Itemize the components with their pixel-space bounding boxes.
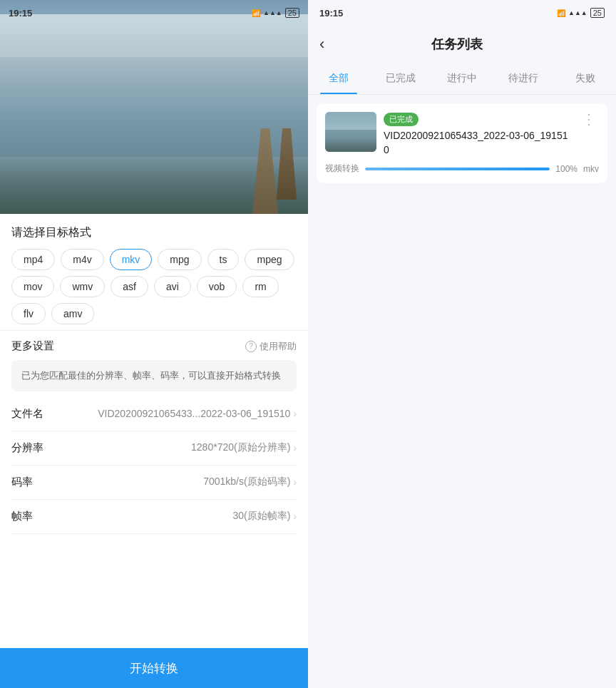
framerate-chevron: › — [293, 510, 297, 522]
task-menu-button[interactable]: ⋮ — [579, 112, 599, 126]
settings-section: 更多设置 ? 使用帮助 已为您匹配最佳的分辨率、帧率、码率，可以直接开始格式转换 — [0, 330, 308, 397]
signal-icon: ▲▲▲ — [263, 9, 282, 16]
format-mp4[interactable]: mp4 — [11, 249, 55, 270]
format-m4v[interactable]: m4v — [61, 249, 103, 270]
tab-pending-label: 待进行 — [508, 72, 538, 85]
bitrate-chevron: › — [293, 476, 297, 488]
tab-inprogress-label: 进行中 — [447, 72, 477, 85]
format-section: 请选择目标格式 mp4 m4v mkv mpg ts mpeg mov wmv … — [0, 214, 308, 330]
battery-icon: 25 — [285, 8, 299, 18]
status-icons-left: 📶 ▲▲▲ 25 — [252, 8, 299, 18]
status-bar-right: 19:15 📶 ▲▲▲ 25 — [308, 0, 616, 26]
task-format: mkv — [583, 164, 599, 174]
battery-icon-right: 25 — [590, 8, 605, 18]
tab-all-label: 全部 — [329, 72, 349, 85]
bitrate-label: 码率 — [11, 476, 33, 489]
resolution-row[interactable]: 分辨率 1280*720(原始分辨率) › — [11, 431, 297, 466]
format-avi[interactable]: avi — [154, 276, 191, 297]
format-wmv[interactable]: wmv — [60, 276, 105, 297]
framerate-row[interactable]: 帧率 30(原始帧率) › — [11, 500, 297, 534]
format-mov[interactable]: mov — [11, 276, 54, 297]
video-preview: 19:15 📶 ▲▲▲ 25 — [0, 0, 308, 214]
filename-value: VID20200921065433...2022-03-06_191510 — [98, 408, 290, 419]
task-thumbnail — [325, 112, 376, 152]
wifi-icon-right: 📶 — [557, 9, 565, 17]
status-time-right: 19:15 — [319, 8, 343, 19]
format-amv[interactable]: amv — [51, 303, 94, 324]
format-ts[interactable]: ts — [207, 249, 240, 270]
bitrate-row[interactable]: 码率 7001kb/s(原始码率) › — [11, 466, 297, 500]
format-title: 请选择目标格式 — [11, 225, 297, 240]
settings-hint: 已为您匹配最佳的分辨率、帧率、码率，可以直接开始格式转换 — [11, 360, 297, 391]
settings-help-label: 使用帮助 — [260, 340, 297, 353]
tab-bar: 全部 已完成 进行中 待进行 失败 — [308, 63, 616, 95]
format-vob[interactable]: vob — [197, 276, 237, 297]
tab-failed-label: 失败 — [575, 72, 595, 85]
settings-header: 更多设置 ? 使用帮助 — [11, 339, 297, 353]
status-bar-left: 19:15 📶 ▲▲▲ 25 — [0, 0, 308, 26]
format-rm[interactable]: rm — [242, 276, 278, 297]
task-list: 已完成 VID20200921065433_2022-03-06_191510 … — [308, 95, 616, 688]
start-btn-wrapper: 开始转换 — [0, 648, 308, 688]
task-progress-label: 视频转换 — [325, 163, 359, 175]
start-convert-button[interactable]: 开始转换 — [0, 648, 308, 688]
status-time-left: 19:15 — [9, 8, 32, 19]
filename-row[interactable]: 文件名 VID20200921065433...2022-03-06_19151… — [11, 397, 297, 431]
signal-icon-right: ▲▲▲ — [568, 9, 587, 16]
nav-title: 任务列表 — [333, 36, 580, 53]
task-progress-row: 视频转换 100% mkv — [325, 163, 599, 175]
format-mpg[interactable]: mpg — [158, 249, 201, 270]
task-percent: 100% — [555, 164, 578, 174]
bitrate-value-group: 7001kb/s(原始码率) › — [203, 476, 297, 488]
progress-bar-fill — [365, 168, 550, 170]
task-card-top: 已完成 VID20200921065433_2022-03-06_191510 … — [325, 112, 599, 157]
format-flv[interactable]: flv — [11, 303, 46, 324]
right-panel: 19:15 📶 ▲▲▲ 25 ‹ 任务列表 全部 已完成 进行中 待进行 失败 — [308, 0, 616, 688]
settings-rows-section: 文件名 VID20200921065433...2022-03-06_19151… — [0, 397, 308, 689]
task-filename: VID20200921065433_2022-03-06_191510 — [384, 129, 572, 157]
settings-title: 更多设置 — [11, 339, 54, 353]
filename-label: 文件名 — [11, 407, 43, 421]
tab-pending[interactable]: 待进行 — [493, 63, 554, 94]
task-status-badge: 已完成 — [384, 113, 419, 126]
task-info: 已完成 VID20200921065433_2022-03-06_191510 — [384, 112, 572, 157]
framerate-value-group: 30(原始帧率) › — [232, 510, 297, 523]
format-grid: mp4 m4v mkv mpg ts mpeg mov wmv asf avi … — [11, 249, 297, 324]
task-card: 已完成 VID20200921065433_2022-03-06_191510 … — [317, 103, 607, 183]
resolution-label: 分辨率 — [11, 441, 43, 455]
filename-value-group: VID20200921065433...2022-03-06_191510 › — [98, 408, 297, 419]
nav-bar: ‹ 任务列表 — [308, 26, 616, 63]
back-button[interactable]: ‹ — [319, 35, 324, 53]
format-mkv[interactable]: mkv — [110, 249, 153, 270]
format-asf[interactable]: asf — [111, 276, 148, 297]
filename-chevron: › — [293, 408, 297, 419]
format-mpeg[interactable]: mpeg — [245, 249, 294, 270]
status-icons-right: 📶 ▲▲▲ 25 — [557, 8, 605, 18]
left-panel: 19:15 📶 ▲▲▲ 25 请选择目标格式 mp4 m4v mkv mpg t… — [0, 0, 308, 688]
resolution-chevron: › — [293, 442, 297, 453]
resolution-value-group: 1280*720(原始分辨率) › — [191, 441, 297, 454]
progress-bar — [365, 168, 550, 170]
tab-completed[interactable]: 已完成 — [369, 63, 431, 94]
bitrate-value: 7001kb/s(原始码率) — [203, 476, 290, 488]
tab-inprogress[interactable]: 进行中 — [431, 63, 493, 94]
framerate-label: 帧率 — [11, 510, 33, 523]
help-icon: ? — [245, 341, 257, 352]
tab-completed-label: 已完成 — [386, 72, 416, 85]
settings-help[interactable]: ? 使用帮助 — [245, 340, 297, 353]
framerate-value: 30(原始帧率) — [232, 510, 290, 523]
tab-all[interactable]: 全部 — [308, 63, 369, 94]
tab-failed[interactable]: 失败 — [555, 63, 616, 94]
wifi-icon: 📶 — [252, 9, 260, 17]
resolution-value: 1280*720(原始分辨率) — [191, 441, 290, 454]
